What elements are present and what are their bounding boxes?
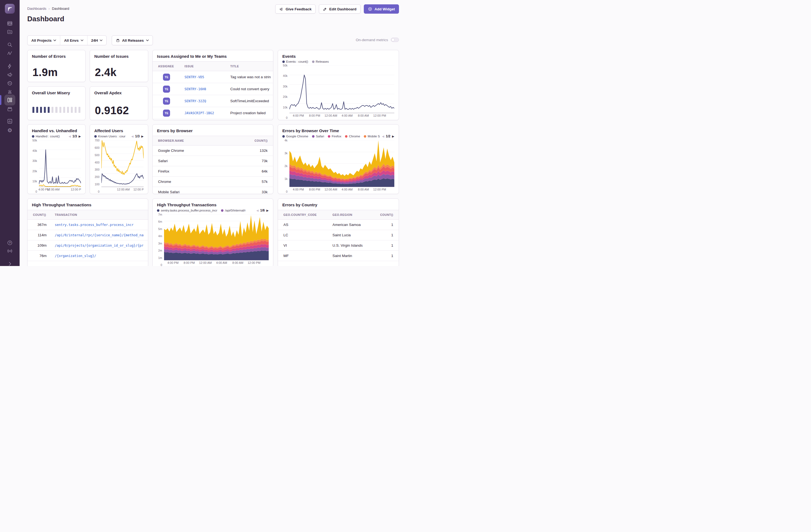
- legend-item[interactable]: Firefox: [328, 135, 341, 138]
- releases-filter-dropdown[interactable]: All Releases: [112, 35, 153, 45]
- environment-filter-dropdown[interactable]: All Envs: [60, 36, 87, 45]
- breadcrumb-current: Dashboard: [52, 6, 69, 11]
- legend-item[interactable]: Events : count(): [282, 60, 308, 63]
- col-count: COUNT(): [33, 213, 47, 216]
- transaction-count: 76m: [33, 254, 47, 258]
- svg-text:?: ?: [9, 242, 11, 244]
- sidebar-item-performance[interactable]: [7, 63, 13, 69]
- x-axis: 12:00 AM12:00 P: [102, 187, 143, 192]
- sidebar-item-projects[interactable]: [7, 29, 13, 35]
- widget-errors-by-country: Errors by Country GEO.COUNTRY_CODE GEO.R…: [278, 198, 399, 266]
- widget-number-of-errors: Number of Errors 1.9m: [27, 50, 86, 82]
- sidebar-item-feedback[interactable]: [7, 72, 13, 78]
- sidebar-item-insights[interactable]: [7, 118, 13, 124]
- pager-prev-icon[interactable]: ◀: [68, 135, 71, 138]
- x-axis: 4:00 PM8:00 PM12:00 AM4:00 AM8:00 AM12:0…: [289, 113, 394, 118]
- apdex-value: 0.9162: [90, 104, 148, 120]
- affected-users-chart: 0100200300400500600700 12:00 AM12:00 P: [90, 138, 148, 194]
- page-title: Dashboard: [27, 15, 64, 23]
- issue-link[interactable]: SENTRY-16H8: [184, 87, 230, 91]
- table-header: COUNT() TRANSACTION: [28, 210, 148, 220]
- pager-next-icon[interactable]: ▶: [79, 135, 81, 138]
- breadcrumb-dashboards-link[interactable]: Dashboards: [27, 6, 46, 11]
- sidebar-item-stats[interactable]: [7, 50, 13, 57]
- transaction-link[interactable]: /api/0/internal/rpc/{service_name}/{meth…: [55, 233, 143, 237]
- transaction-link[interactable]: /{organization_slug}/: [55, 254, 143, 258]
- add-widget-button[interactable]: Add Widget: [364, 4, 399, 14]
- sidebar-item-alerts[interactable]: [7, 89, 13, 95]
- widget-issues-assigned: Issues Assigned to Me or My Teams ASSIGN…: [152, 50, 273, 120]
- megaphone-icon: [279, 7, 284, 11]
- sidebar-item-settings[interactable]: ⚙: [7, 127, 13, 133]
- pager-next-icon[interactable]: ▶: [392, 135, 394, 138]
- handled-chart: 010k20k30k40k50k 4:00 PM12:00 AM12:00 P: [28, 138, 85, 194]
- legend-item[interactable]: sentry.tasks.process_buffer.process_incr: [157, 209, 217, 212]
- pager-next-icon[interactable]: ▶: [266, 209, 269, 212]
- chart-plot[interactable]: [289, 65, 394, 113]
- legend-item[interactable]: Safari: [312, 135, 324, 138]
- transaction-count: 367m: [33, 223, 47, 227]
- country-code: LC: [284, 233, 333, 237]
- legend-item[interactable]: Mobile S: [364, 135, 380, 138]
- time-range-filter-dropdown[interactable]: 24H: [87, 36, 107, 45]
- sentry-logo[interactable]: [5, 4, 15, 14]
- help-icon: ?: [7, 240, 13, 246]
- release-box-icon: [116, 39, 120, 43]
- project-filter-dropdown[interactable]: All Projects: [28, 36, 60, 45]
- sidebar-collapse-toggle[interactable]: [7, 261, 13, 266]
- sidebar-item-issues[interactable]: [7, 20, 13, 27]
- pager-prev-icon[interactable]: ◀: [131, 135, 133, 138]
- legend-dot: [364, 135, 366, 138]
- browser-count: 64k: [243, 169, 267, 173]
- browser-name: Mobile Safari: [158, 190, 243, 194]
- issue-link[interactable]: SENTRY-32ZQ: [184, 99, 230, 103]
- legend-item[interactable]: Handled : count(): [32, 135, 60, 138]
- y-axis: 01k2k3k4k: [281, 140, 289, 192]
- col-country-code: GEO.COUNTRY_CODE: [284, 213, 333, 216]
- table-row: TE SENTRY-VD5 Tag value was not a strin: [153, 71, 273, 83]
- issue-link[interactable]: SENTRY-VD5: [184, 75, 230, 79]
- sidebar-item-releases[interactable]: [7, 80, 13, 87]
- sidebar-item-explore[interactable]: [7, 42, 13, 48]
- transaction-link[interactable]: sentry.tasks.process_buffer.process_incr: [55, 223, 143, 227]
- table-header: ASSIGNEE ISSUE TITLE: [153, 61, 273, 71]
- pager-prev-icon[interactable]: ◀: [382, 135, 384, 138]
- pager-next-icon[interactable]: ▶: [141, 135, 143, 138]
- table-row: MF Saint Martin 1: [278, 251, 399, 261]
- legend-dot: [157, 209, 159, 212]
- y-axis: 010k20k30k40k50k: [281, 65, 289, 118]
- widget-apdex: Overall Apdex 0.9162: [90, 87, 148, 120]
- chart-plot[interactable]: [164, 214, 269, 260]
- table-header: GEO.COUNTRY_CODE GEO.REGION COUNT(): [278, 210, 399, 220]
- widget-handled-vs-unhandled: Handled vs. Unhandled Handled : count() …: [27, 124, 86, 194]
- high-throughput-chart: 01m2m3m4m5m6m7m 4:00 PM8:00 PM12:00 AM4:…: [153, 212, 273, 266]
- sidebar-item-discover[interactable]: [7, 106, 13, 112]
- sidebar-item-help[interactable]: ?: [7, 240, 13, 246]
- chart-plot[interactable]: [102, 140, 143, 187]
- header-actions: Give Feedback Edit Dashboard Add Widget: [275, 4, 399, 14]
- legend-item[interactable]: Google Chrome: [282, 135, 308, 138]
- legend-item[interactable]: Chrome: [345, 135, 360, 138]
- chart-plot[interactable]: [39, 140, 81, 187]
- sidebar-item-dashboards-active[interactable]: [4, 94, 15, 105]
- country-region: American Samoa: [333, 223, 374, 227]
- issue-link[interactable]: JAVASCRIPT-1BG2: [184, 111, 230, 115]
- table-row: 114m /api/0/internal/rpc/{service_name}/…: [28, 230, 148, 240]
- chart-plot[interactable]: [289, 140, 394, 187]
- legend-item[interactable]: Known Users : cour: [94, 135, 125, 138]
- edit-dashboard-button[interactable]: Edit Dashboard: [319, 4, 361, 14]
- assignee-avatar: TE: [163, 86, 170, 93]
- sidebar-item-whats-new[interactable]: [7, 248, 13, 254]
- table-row: Google Chrome 132k: [153, 146, 273, 156]
- table-row: AS American Samoa 1: [278, 220, 399, 230]
- col-assignee: ASSIGNEE: [158, 65, 184, 68]
- legend-item[interactable]: /api/0/internal/r: [221, 209, 246, 212]
- legend-item[interactable]: Releases: [312, 60, 329, 63]
- give-feedback-button[interactable]: Give Feedback: [275, 4, 316, 14]
- toggle-knob: [391, 38, 395, 42]
- table-row: 109m /api/0/projects/{organization_id_or…: [28, 240, 148, 251]
- pager-prev-icon[interactable]: ◀: [256, 209, 258, 212]
- transaction-link[interactable]: /api/0/projects/{organization_id_or_slug…: [55, 244, 143, 247]
- widget-title: Overall User Misery: [28, 87, 85, 95]
- on-demand-metrics-toggle[interactable]: [391, 37, 399, 42]
